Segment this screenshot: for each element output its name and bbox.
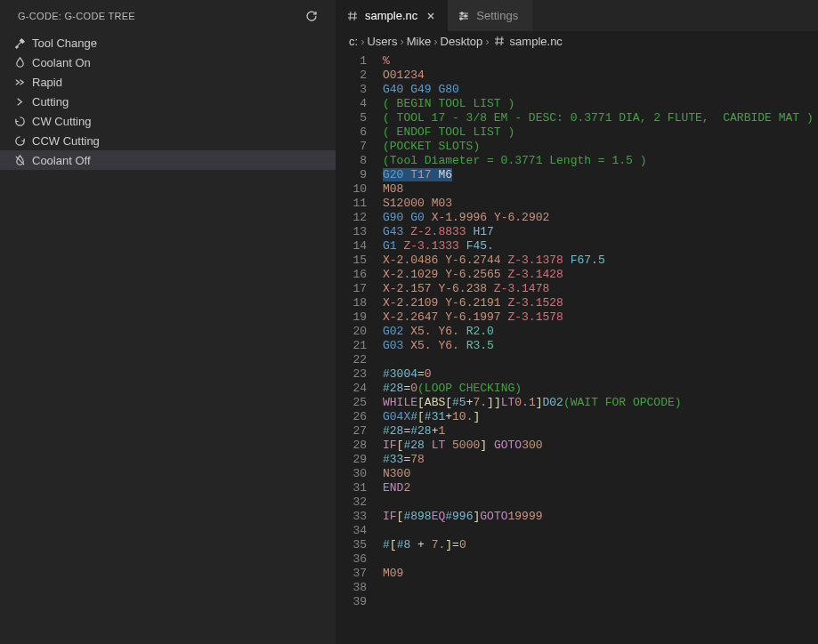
hash-icon bbox=[345, 9, 360, 23]
code-line[interactable] bbox=[383, 495, 818, 510]
code-line[interactable]: O01234 bbox=[383, 68, 818, 83]
sidebar-title: G-CODE: G-CODE TREE bbox=[18, 11, 135, 21]
code-line[interactable]: G03 X5. Y6. R3.5 bbox=[383, 339, 818, 353]
editor-area: sample.ncSettings c:›Users›Mike›Desktop›… bbox=[336, 0, 818, 644]
breadcrumb-segment[interactable]: Desktop bbox=[441, 35, 483, 48]
code-line[interactable]: X-2.2109 Y-6.2191 Z-3.1528 bbox=[383, 296, 818, 310]
tab-close-button[interactable] bbox=[423, 8, 439, 24]
code-line[interactable] bbox=[383, 552, 818, 567]
tab-label: Settings bbox=[476, 9, 518, 22]
code-line[interactable]: WHILE[ABS[#5+7.]]LT0.1]D02(WAIT FOR OPCO… bbox=[383, 396, 818, 410]
breadcrumb-segment[interactable]: c: bbox=[349, 35, 358, 48]
line-number: 27 bbox=[336, 424, 367, 439]
line-number: 18 bbox=[336, 296, 367, 310]
tool-change-icon bbox=[12, 36, 27, 50]
tree-item-cw[interactable]: CW Cutting bbox=[0, 111, 336, 131]
code-line[interactable] bbox=[383, 353, 818, 367]
chevron-right-icon: › bbox=[400, 35, 403, 48]
code-line[interactable]: #28=0(LOOP CHECKING) bbox=[383, 382, 818, 396]
tree-item-label: Tool Change bbox=[32, 36, 97, 50]
line-number: 30 bbox=[336, 467, 367, 481]
line-number: 29 bbox=[336, 453, 367, 467]
tree-item-label: Cutting bbox=[32, 95, 69, 109]
tab-settings[interactable]: Settings bbox=[448, 0, 532, 31]
cw-icon bbox=[12, 114, 27, 128]
code-line[interactable]: X-2.157 Y-6.238 Z-3.1478 bbox=[383, 282, 818, 296]
code-line[interactable]: M08 bbox=[383, 182, 818, 197]
chevron-right-icon: › bbox=[485, 35, 489, 48]
code-line[interactable]: X-2.0486 Y-6.2744 Z-3.1378 F67.5 bbox=[383, 254, 818, 268]
line-number: 14 bbox=[336, 239, 367, 254]
code-line[interactable]: G02 X5. Y6. R2.0 bbox=[383, 325, 818, 339]
line-number: 22 bbox=[336, 353, 367, 367]
code-line[interactable]: #28=#28+1 bbox=[383, 424, 818, 439]
line-number: 7 bbox=[336, 140, 367, 154]
code-line[interactable]: IF[#28 LT 5000] GOTO300 bbox=[383, 439, 818, 453]
refresh-button[interactable] bbox=[302, 6, 321, 26]
line-number: 33 bbox=[336, 510, 367, 524]
line-number: 16 bbox=[336, 268, 367, 282]
tab-sample[interactable]: sample.nc bbox=[336, 0, 448, 31]
code-line[interactable]: #[#8 + 7.]=0 bbox=[383, 538, 818, 552]
cutting-icon bbox=[12, 94, 27, 109]
code-line[interactable]: G04X#[#31+10.] bbox=[383, 410, 818, 424]
code-editor[interactable]: 1234567891011121314151617181920212223242… bbox=[336, 51, 818, 644]
line-number: 25 bbox=[336, 396, 367, 410]
code-line[interactable]: G40 G49 G80 bbox=[383, 83, 818, 97]
line-number: 19 bbox=[336, 310, 367, 325]
tree-item-ccw[interactable]: CCW Cutting bbox=[0, 131, 336, 150]
code-line[interactable]: G43 Z-2.8833 H17 bbox=[383, 225, 818, 239]
code-line[interactable]: (Tool Diameter = 0.3771 Length = 1.5 ) bbox=[383, 154, 818, 168]
code-line[interactable]: N300 bbox=[383, 467, 818, 481]
tree-item-label: Coolant Off bbox=[32, 154, 91, 167]
code-line[interactable]: (POCKET SLOTS) bbox=[383, 140, 818, 154]
tree-item-cutting[interactable]: Cutting bbox=[0, 92, 336, 111]
code-line[interactable]: ( TOOL 17 - 3/8 EM - DESC: 0.3771 DIA, 2… bbox=[383, 111, 818, 125]
tree-item-label: CW Cutting bbox=[32, 115, 91, 128]
line-number: 1 bbox=[336, 54, 367, 68]
code-line[interactable] bbox=[383, 595, 818, 609]
breadcrumb-segment[interactable]: Mike bbox=[407, 35, 431, 48]
line-number: 36 bbox=[336, 552, 367, 567]
line-number: 10 bbox=[336, 182, 367, 197]
tree-item-coolant-on[interactable]: Coolant On bbox=[0, 52, 336, 72]
code-line[interactable]: ( ENDOF TOOL LIST ) bbox=[383, 125, 818, 140]
sidebar-header: G-CODE: G-CODE TREE bbox=[0, 0, 336, 31]
line-number: 21 bbox=[336, 339, 367, 353]
code-line[interactable]: X-2.1029 Y-6.2565 Z-3.1428 bbox=[383, 268, 818, 282]
tree-item-coolant-off[interactable]: Coolant Off bbox=[0, 150, 336, 170]
chevron-right-icon: › bbox=[360, 35, 364, 48]
line-number: 17 bbox=[336, 282, 367, 296]
breadcrumb-segment[interactable]: sample.nc bbox=[492, 34, 563, 48]
line-number-gutter: 1234567891011121314151617181920212223242… bbox=[336, 51, 383, 644]
code-line[interactable]: S12000 M03 bbox=[383, 197, 818, 211]
line-number: 24 bbox=[336, 382, 367, 396]
code-line[interactable] bbox=[383, 581, 818, 595]
code-content[interactable]: %O01234G40 G49 G80( BEGIN TOOL LIST )( T… bbox=[383, 51, 818, 644]
tree-item-rapid[interactable]: Rapid bbox=[0, 72, 336, 92]
tree-item-tool-change[interactable]: Tool Change bbox=[0, 33, 336, 52]
sliders-icon bbox=[457, 9, 471, 23]
code-line[interactable]: END2 bbox=[383, 481, 818, 495]
code-line[interactable]: X-2.2647 Y-6.1997 Z-3.1578 bbox=[383, 310, 818, 325]
svg-point-1 bbox=[465, 14, 466, 16]
breadcrumb-segment[interactable]: Users bbox=[367, 35, 397, 48]
line-number: 34 bbox=[336, 524, 367, 538]
code-line[interactable]: #3004=0 bbox=[383, 367, 818, 382]
line-number: 5 bbox=[336, 111, 367, 125]
line-number: 12 bbox=[336, 211, 367, 225]
gcode-tree: Tool ChangeCoolant OnRapidCuttingCW Cutt… bbox=[0, 31, 336, 170]
code-line[interactable]: % bbox=[383, 54, 818, 68]
line-number: 38 bbox=[336, 581, 367, 595]
code-line[interactable]: G1 Z-3.1333 F45. bbox=[383, 239, 818, 254]
line-number: 11 bbox=[336, 197, 367, 211]
line-number: 32 bbox=[336, 495, 367, 510]
code-line[interactable]: G90 G0 X-1.9996 Y-6.2902 bbox=[383, 211, 818, 225]
code-line[interactable]: IF[#898EQ#996]GOTO19999 bbox=[383, 510, 818, 524]
code-line[interactable]: M09 bbox=[383, 567, 818, 581]
code-line[interactable]: G20 T17 M6 bbox=[383, 168, 818, 182]
code-line[interactable] bbox=[383, 524, 818, 538]
code-line[interactable]: ( BEGIN TOOL LIST ) bbox=[383, 97, 818, 111]
tab-bar: sample.ncSettings bbox=[336, 0, 818, 31]
code-line[interactable]: #33=78 bbox=[383, 453, 818, 467]
